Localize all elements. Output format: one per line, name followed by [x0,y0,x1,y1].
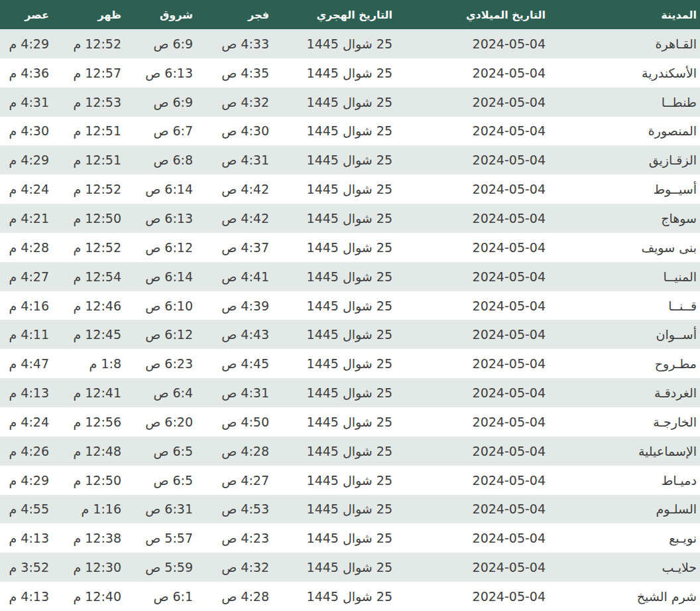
prayer-times-page: المدينةالتاريخ الميلاديالتاريخ الهجريفجر… [0,0,700,611]
cell-sunrise: 6:13 ص [135,58,198,88]
cell-gregorian: 2024-05-04 [404,174,599,204]
cell-fajr: 4:41 ص [198,262,286,291]
column-header-asr: عصر [0,0,53,29]
cell-hijri: 25 شوال 1445 [286,378,404,407]
cell-city: حلايـب [599,553,700,582]
cell-asr: 4:11 م [0,320,53,349]
cell-gregorian: 2024-05-04 [404,204,599,233]
table-row: شرم الشيخ2024-05-0425 شوال 14454:28 ص6:1… [0,582,700,611]
cell-fajr: 4:35 ص [198,58,286,88]
cell-dhuhr: 1:16 م [53,495,135,524]
table-row: الغردقـة2024-05-0425 شوال 14454:31 ص6:4 … [0,378,700,407]
cell-asr: 4:27 م [0,262,53,291]
cell-sunrise: 6:31 ص [135,495,198,524]
cell-gregorian: 2024-05-04 [404,466,599,495]
cell-asr: 4:47 م [0,349,53,378]
cell-asr: 4:13 م [0,523,53,553]
cell-hijri: 25 شوال 1445 [286,88,404,117]
table-header-row: المدينةالتاريخ الميلاديالتاريخ الهجريفجر… [0,0,700,29]
cell-gregorian: 2024-05-04 [404,291,599,320]
cell-city: سوهاج [599,204,700,233]
cell-asr: 4:36 م [0,58,53,88]
cell-dhuhr: 12:51 م [53,117,135,146]
cell-gregorian: 2024-05-04 [404,378,599,407]
cell-sunrise: 6:14 ص [135,174,198,204]
table-row: الأسكندرية2024-05-0425 شوال 14454:35 ص6:… [0,58,700,88]
cell-sunrise: 6:20 ص [135,407,198,437]
cell-city: السلـوم [599,495,700,524]
table-row: الإسماعيلية2024-05-0425 شوال 14454:28 ص6… [0,437,700,466]
cell-asr: 4:31 م [0,88,53,117]
cell-city: أســوان [599,320,700,349]
cell-dhuhr: 12:52 م [53,233,135,262]
cell-gregorian: 2024-05-04 [404,407,599,437]
table-row: قــنــا2024-05-0425 شوال 14454:39 ص6:10 … [0,291,700,320]
cell-city: الزقـازيق [599,145,700,174]
table-body: القـاهرة2024-05-0425 شوال 14454:33 ص6:9 … [0,29,700,611]
cell-gregorian: 2024-05-04 [404,29,599,58]
cell-fajr: 4:27 ص [198,466,286,495]
cell-dhuhr: 12:50 م [53,466,135,495]
cell-asr: 4:16 م [0,291,53,320]
cell-city: قــنــا [599,291,700,320]
cell-sunrise: 5:57 ص [135,523,198,553]
cell-gregorian: 2024-05-04 [404,233,599,262]
cell-hijri: 25 شوال 1445 [286,29,404,58]
table-row: أســوان2024-05-0425 شوال 14454:43 ص6:12 … [0,320,700,349]
cell-sunrise: 6:5 ص [135,466,198,495]
cell-city: الإسماعيلية [599,437,700,466]
cell-city: مطـروح [599,349,700,378]
cell-dhuhr: 12:41 م [53,378,135,407]
cell-dhuhr: 12:48 م [53,437,135,466]
cell-asr: 4:21 م [0,204,53,233]
column-header-dhuhr: ظهر [53,0,135,29]
cell-sunrise: 6:12 ص [135,233,198,262]
cell-hijri: 25 شوال 1445 [286,145,404,174]
column-header-gregorian: التاريخ الميلادي [404,0,599,29]
cell-sunrise: 6:14 ص [135,262,198,291]
cell-fajr: 4:32 ص [198,88,286,117]
cell-dhuhr: 12:52 م [53,29,135,58]
cell-fajr: 4:45 ص [198,349,286,378]
cell-fajr: 4:23 ص [198,523,286,553]
cell-fajr: 4:39 ص [198,291,286,320]
table-row: الزقـازيق2024-05-0425 شوال 14454:31 ص6:8… [0,145,700,174]
cell-asr: 4:29 م [0,466,53,495]
table-head: المدينةالتاريخ الميلاديالتاريخ الهجريفجر… [0,0,700,29]
cell-sunrise: 6:9 ص [135,29,198,58]
cell-dhuhr: 12:40 م [53,582,135,611]
cell-asr: 4:28 م [0,233,53,262]
cell-hijri: 25 شوال 1445 [286,437,404,466]
cell-hijri: 25 شوال 1445 [286,407,404,437]
cell-city: الخارجـة [599,407,700,437]
cell-asr: 4:55 م [0,495,53,524]
cell-asr: 4:29 م [0,145,53,174]
cell-sunrise: 6:5 ص [135,437,198,466]
cell-city: أسيــوط [599,174,700,204]
cell-dhuhr: 12:30 م [53,553,135,582]
cell-gregorian: 2024-05-04 [404,262,599,291]
cell-sunrise: 6:13 ص [135,204,198,233]
cell-fajr: 4:30 ص [198,117,286,146]
cell-dhuhr: 12:51 م [53,145,135,174]
cell-city: شرم الشيخ [599,582,700,611]
cell-dhuhr: 12:50 م [53,204,135,233]
cell-city: القـاهرة [599,29,700,58]
column-header-hijri: التاريخ الهجري [286,0,404,29]
cell-dhuhr: 12:57 م [53,58,135,88]
cell-fajr: 4:50 ص [198,407,286,437]
cell-asr: 4:24 م [0,174,53,204]
cell-dhuhr: 12:53 م [53,88,135,117]
table-row: مطـروح2024-05-0425 شوال 14454:45 ص6:23 ص… [0,349,700,378]
cell-city: بنى سويف [599,233,700,262]
cell-sunrise: 6:10 ص [135,291,198,320]
cell-fajr: 4:31 ص [198,145,286,174]
table-row: السلـوم2024-05-0425 شوال 14454:53 ص6:31 … [0,495,700,524]
cell-sunrise: 5:59 ص [135,553,198,582]
cell-hijri: 25 شوال 1445 [286,320,404,349]
column-header-sunrise: شروق [135,0,198,29]
cell-fajr: 4:28 ص [198,437,286,466]
cell-fajr: 4:37 ص [198,233,286,262]
cell-gregorian: 2024-05-04 [404,88,599,117]
cell-asr: 4:29 م [0,29,53,58]
